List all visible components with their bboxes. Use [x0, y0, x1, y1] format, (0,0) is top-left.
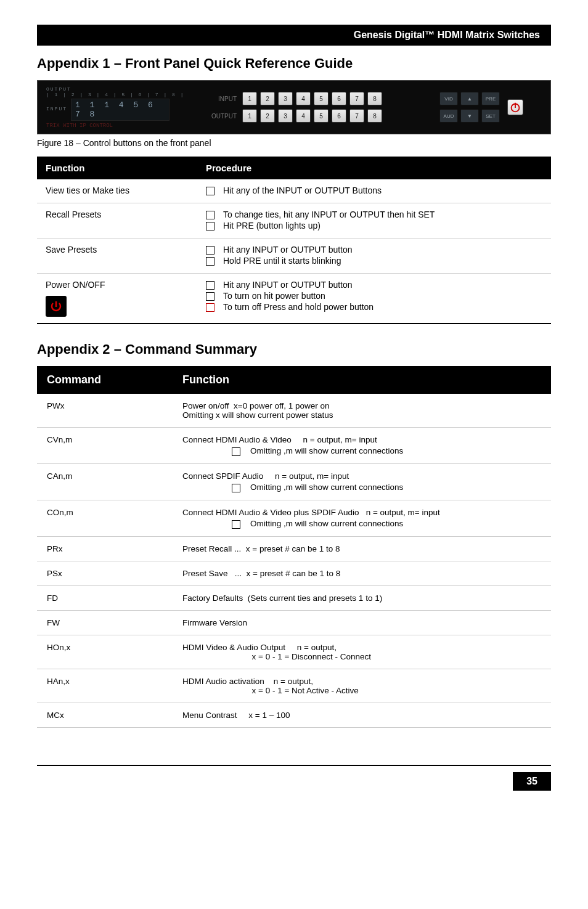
cmd-name: CVn,m [37, 428, 173, 464]
cmd-name: PWx [37, 394, 173, 428]
cmd-name: CAn,m [37, 464, 173, 500]
cmd-line: Preset Save ... x = preset # can be 1 to… [182, 569, 541, 578]
cmd-desc: Connect HDMI Audio & Video plus SPDIF Au… [173, 500, 551, 537]
cmd-desc: Preset Recall ... x = preset # can be 1 … [173, 537, 551, 561]
panel-input-btn: 5 [314, 92, 329, 105]
panel-input-row-label: INPUT [207, 96, 237, 102]
checkbox-icon [206, 281, 214, 290]
func-row-proc: Hit any INPUT or OUTPUT buttonTo turn on… [197, 274, 551, 324]
set-btn: SET [481, 109, 500, 123]
panel-input-btn: 7 [349, 92, 364, 105]
aud-btn: AUD [439, 109, 458, 123]
cmd-name: HAn,x [37, 669, 173, 703]
cmd-desc: Preset Save ... x = preset # can be 1 to… [173, 561, 551, 586]
panel-input-btn: 2 [260, 92, 275, 105]
appendix1-title: Appendix 1 – Front Panel Quick Reference… [37, 55, 551, 71]
bullet-text: Hit any INPUT or OUTPUT button [223, 280, 353, 290]
cmd-name: MCx [37, 703, 173, 728]
panel-button-grid: INPUT 1 2 3 4 5 6 7 8 OUTPUT 1 2 3 4 5 6… [195, 81, 439, 134]
cmd-line: Preset Recall ... x = preset # can be 1 … [182, 544, 541, 553]
cmd-name: COn,m [37, 500, 173, 537]
power-icon [508, 100, 522, 114]
panel-output-grid: | 1 | 2 | 3 | 4 | 5 | 6 | 7 | 8 | [46, 92, 195, 97]
checkbox-icon [232, 447, 240, 456]
cmd-line: Omitting x will show current power statu… [182, 410, 541, 420]
bullet-text: Hit any INPUT or OUTPUT button [223, 245, 353, 255]
bullet-text: Omitting ,m will show current connection… [250, 483, 403, 492]
checkbox-icon [232, 484, 240, 492]
cmd-line: Power on/off x=0 power off, 1 power on [182, 401, 541, 410]
cmd-name: PRx [37, 537, 173, 561]
func-row-proc: To change ties, hit any INPUT or OUTPUT … [197, 203, 551, 238]
checkbox-icon [206, 211, 214, 219]
figure-caption: Figure 18 – Control buttons on the front… [37, 138, 551, 148]
cmd-desc: Menu Contrast x = 1 – 100 [173, 703, 551, 728]
cmd-line: x = 0 - 1 = Not Active - Active [182, 686, 541, 695]
panel-lcd-area: OUTPUT | 1 | 2 | 3 | 4 | 5 | 6 | 7 | 8 |… [38, 81, 195, 134]
down-btn: ▼ [460, 109, 479, 123]
cmd-line: x = 0 - 1 = Disconnect - Connect [182, 652, 541, 661]
func-row-label: View ties or Make ties [37, 179, 197, 203]
panel-output-btn: 7 [349, 109, 364, 123]
panel-output-btn: 8 [367, 109, 382, 123]
cmd-name: PSx [37, 561, 173, 586]
page-footer: 35 [37, 765, 551, 791]
cmd-name: HOn,x [37, 635, 173, 669]
bullet-text: Hold PRE until it starts blinking [223, 256, 341, 266]
panel-output-label: OUTPUT [46, 86, 195, 92]
cmd-line: Menu Contrast x = 1 – 100 [182, 711, 541, 720]
panel-output-row-label: OUTPUT [207, 113, 237, 120]
up-btn: ▲ [460, 92, 479, 105]
cmd-desc: HDMI Video & Audio Output n = output, x … [173, 635, 551, 669]
checkbox-icon [206, 246, 214, 255]
cmd-line: Firmware Version [182, 618, 541, 627]
cmd-name: FD [37, 586, 173, 611]
bullet-text: To change ties, hit any INPUT or OUTPUT … [223, 210, 435, 219]
panel-ip-text: TRIX WITH IP CONTROL [46, 123, 195, 129]
func-row-proc: Hit any INPUT or OUTPUT buttonHold PRE u… [197, 238, 551, 274]
cmd-col2: Function [173, 366, 551, 394]
panel-input-label: INPUT [46, 106, 67, 112]
panel-input-btn: 3 [278, 92, 293, 105]
function-table: Function Procedure View ties or Make tie… [37, 157, 551, 324]
power-icon-cell [46, 296, 67, 317]
panel-input-btn: 4 [296, 92, 311, 105]
checkbox-icon [206, 257, 214, 266]
panel-nav-area: VID ▲ PRE AUD ▼ SET [439, 81, 550, 134]
panel-input-btn: 1 [242, 92, 257, 105]
cmd-desc: HDMI Audio activation n = output, x = 0 … [173, 669, 551, 703]
panel-output-btn: 2 [260, 109, 275, 123]
cmd-col1: Command [37, 366, 173, 394]
checkbox-icon [206, 292, 214, 301]
bullet-text: To turn on hit power button [223, 291, 325, 301]
checkbox-icon [232, 520, 240, 529]
appendix2-title: Appendix 2 – Command Summary [37, 341, 551, 357]
checkbox-icon [206, 303, 214, 312]
bullet-text: Omitting ,m will show current connection… [250, 446, 403, 456]
pre-btn: PRE [481, 92, 500, 105]
bullet-text: Hit PRE (button lights up) [223, 221, 321, 230]
panel-input-btn: 6 [332, 92, 346, 105]
cmd-desc: Power on/off x=0 power off, 1 power onOm… [173, 394, 551, 428]
bullet-text: To turn off Press and hold power button [223, 302, 374, 312]
cmd-line: Connect SPDIF Audio n = output, m= input [182, 471, 541, 481]
panel-output-btn: 5 [314, 109, 329, 123]
cmd-desc: Connect SPDIF Audio n = output, m= input… [173, 464, 551, 500]
command-table: Command Function PWxPower on/off x=0 pow… [37, 366, 551, 728]
vid-btn: VID [439, 92, 458, 105]
cmd-line: Connect HDMI Audio & Video plus SPDIF Au… [182, 508, 541, 517]
cmd-line: HDMI Video & Audio Output n = output, [182, 643, 541, 652]
func-row-proc: Hit any of the INPUT or OUTPUT Buttons [197, 179, 551, 203]
panel-power-button [507, 99, 523, 115]
cmd-desc: Firmware Version [173, 611, 551, 635]
func-row-label: Power ON/OFF [37, 274, 197, 324]
cmd-line: HDMI Audio activation n = output, [182, 677, 541, 686]
cmd-desc: Connect HDMI Audio & Video n = output, m… [173, 428, 551, 464]
func-row-label: Recall Presets [37, 203, 197, 238]
panel-output-btn: 4 [296, 109, 311, 123]
checkbox-icon [206, 222, 214, 230]
panel-output-btn: 1 [242, 109, 257, 123]
cmd-line: Connect HDMI Audio & Video n = output, m… [182, 435, 541, 444]
func-col2: Procedure [197, 157, 551, 179]
checkbox-icon [206, 187, 214, 195]
